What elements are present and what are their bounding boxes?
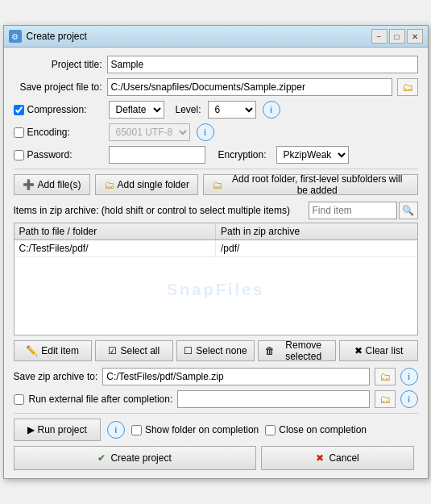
window-content: Project title: Save project file to: 🗂 C… — [4, 48, 428, 478]
divider-2 — [14, 413, 418, 414]
window-icon: ⚙ — [9, 30, 22, 43]
file-table: Path to file / folder Path in zip archiv… — [14, 223, 418, 335]
encoding-label: Encoding: — [27, 127, 70, 138]
clear-icon: ✖ — [354, 345, 363, 356]
project-title-row: Project title: — [14, 56, 418, 73]
encoding-info-button[interactable]: i — [197, 123, 214, 141]
clear-list-label: Clear list — [366, 345, 404, 356]
close-on-option: Close on completion — [265, 424, 367, 435]
search-input[interactable] — [309, 202, 397, 219]
remove-icon: 🗑 — [265, 345, 275, 356]
external-file-input[interactable] — [177, 390, 369, 408]
close-on-checkbox[interactable] — [265, 425, 276, 435]
edit-icon: ✏️ — [26, 345, 38, 356]
compression-checkbox[interactable] — [14, 105, 24, 115]
add-root-icon: 🗂 — [212, 179, 222, 191]
external-file-checkbox[interactable] — [14, 394, 24, 405]
col-zip-header: Path in zip archive — [216, 223, 417, 240]
encryption-label: Encryption: — [218, 149, 267, 160]
external-file-folder-button[interactable]: 🗂 — [375, 390, 396, 408]
project-title-label: Project title: — [14, 59, 102, 70]
search-wrap: 🔍 — [309, 202, 418, 219]
add-buttons-row: ➕ Add file(s) 🗂 Add single folder 🗂 Add … — [14, 174, 418, 195]
add-files-label: Add file(s) — [38, 179, 81, 190]
level-select[interactable]: 6 12345789 — [208, 101, 256, 119]
run-row: ▶ Run project i Show folder on completio… — [14, 419, 418, 441]
create-project-button[interactable]: ✔ Create project — [14, 446, 256, 470]
save-file-input[interactable] — [107, 78, 392, 96]
encoding-checkbox-wrap: Encoding: — [14, 127, 102, 138]
maximize-button[interactable]: □ — [389, 29, 405, 44]
show-folder-option: Show folder on completion — [131, 424, 259, 435]
table-row[interactable]: C:/TestFiles/pdf/ /pdf/ — [15, 240, 417, 257]
select-all-icon: ☑ — [108, 345, 117, 356]
close-button[interactable]: ✕ — [407, 29, 423, 44]
show-folder-checkbox[interactable] — [131, 425, 142, 435]
watermark: SnapFiles — [15, 257, 417, 322]
select-none-icon: ☐ — [184, 345, 193, 356]
compression-row: Compression: Deflate Store BZip2 Level: … — [14, 101, 418, 119]
window-title: Create project — [27, 31, 87, 42]
remove-selected-label: Remove selected — [278, 339, 329, 362]
final-buttons-row: ✔ Create project ✖ Cancel — [14, 446, 418, 470]
project-title-input[interactable] — [107, 56, 418, 73]
add-single-folder-label: Add single folder — [118, 179, 189, 190]
run-project-button[interactable]: ▶ Run project — [14, 419, 101, 441]
password-input[interactable] — [109, 146, 205, 164]
compression-select[interactable]: Deflate Store BZip2 — [109, 101, 164, 119]
clear-list-button[interactable]: ✖ Clear list — [339, 340, 417, 361]
search-button[interactable]: 🔍 — [399, 202, 418, 219]
save-zip-label: Save zip archive to: — [14, 371, 98, 382]
create-check-icon: ✔ — [97, 452, 106, 464]
select-all-label: Select all — [120, 345, 160, 356]
external-file-info-button[interactable]: i — [400, 390, 418, 408]
create-project-label: Create project — [110, 452, 171, 464]
save-zip-input[interactable] — [102, 368, 369, 385]
divider-1 — [14, 169, 418, 169]
password-row: Password: Encryption: PkzipWeak AES128 A… — [14, 146, 418, 164]
item-action-buttons: ✏️ Edit item ☑ Select all ☐ Select none … — [14, 340, 418, 361]
add-files-icon: ➕ — [23, 179, 35, 190]
cancel-label: Cancel — [329, 452, 358, 464]
external-file-label: Run external file after completion: — [29, 394, 173, 405]
cancel-button[interactable]: ✖ Cancel — [261, 446, 415, 470]
remove-selected-button[interactable]: 🗑 Remove selected — [258, 340, 336, 361]
cancel-x-icon: ✖ — [316, 452, 324, 464]
close-on-label: Close on completion — [279, 424, 367, 435]
add-root-folder-button[interactable]: 🗂 Add root folder, first-level subfolder… — [203, 174, 418, 195]
file-path-cell: C:/TestFiles/pdf/ — [15, 240, 217, 256]
save-zip-folder-button[interactable]: 🗂 — [375, 368, 396, 385]
zip-path-cell: /pdf/ — [216, 240, 417, 256]
add-files-button[interactable]: ➕ Add file(s) — [14, 174, 90, 195]
edit-item-button[interactable]: ✏️ Edit item — [14, 340, 92, 361]
encoding-select[interactable]: 65001 UTF-8 — [109, 123, 190, 141]
items-section-header: Items in zip archive: (hold shift or con… — [14, 202, 418, 219]
encryption-select[interactable]: PkzipWeak AES128 AES256 — [276, 146, 349, 164]
password-checkbox-wrap: Password: — [14, 149, 102, 160]
save-file-label: Save project file to: — [14, 81, 102, 93]
save-file-row: Save project file to: 🗂 — [14, 78, 418, 96]
table-header: Path to file / folder Path in zip archiv… — [15, 223, 417, 240]
items-label: Items in zip archive: (hold shift or con… — [14, 205, 290, 216]
external-file-row: Run external file after completion: 🗂 i — [14, 390, 418, 408]
run-info-button[interactable]: i — [107, 421, 125, 439]
col-path-header: Path to file / folder — [15, 223, 217, 240]
select-none-label: Select none — [196, 345, 247, 356]
encoding-row: Encoding: 65001 UTF-8 i — [14, 123, 418, 141]
minimize-button[interactable]: − — [371, 29, 387, 44]
add-folder-icon: 🗂 — [104, 179, 114, 191]
title-bar-left: ⚙ Create project — [9, 30, 87, 43]
save-file-folder-button[interactable]: 🗂 — [397, 78, 418, 96]
run-icon: ▶ — [27, 424, 35, 435]
add-single-folder-button[interactable]: 🗂 Add single folder — [95, 174, 198, 195]
save-zip-row: Save zip archive to: 🗂 i — [14, 368, 418, 385]
compression-info-button[interactable]: i — [263, 101, 280, 119]
select-all-button[interactable]: ☑ Select all — [95, 340, 173, 361]
password-checkbox[interactable] — [14, 150, 24, 160]
add-root-folder-label: Add root folder, first-level subfolders … — [226, 173, 409, 196]
compression-checkbox-wrap: Compression: — [14, 104, 102, 115]
run-project-label: Run project — [38, 424, 87, 435]
select-none-button[interactable]: ☐ Select none — [176, 340, 255, 361]
encoding-checkbox[interactable] — [14, 127, 24, 138]
save-zip-info-button[interactable]: i — [400, 368, 418, 385]
